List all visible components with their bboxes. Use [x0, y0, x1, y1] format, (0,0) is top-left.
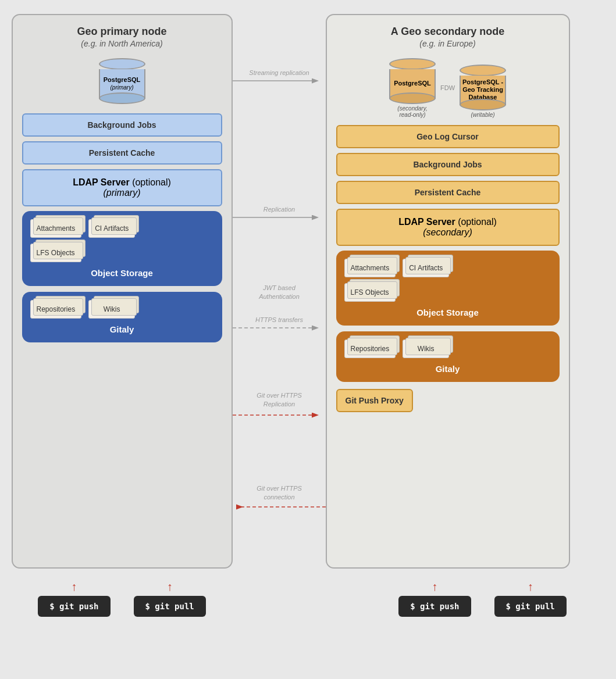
primary-files-row2: LFS Objects — [30, 244, 214, 262]
secondary-db-group: PostgreSQL (secondary,read-only) FDW Pos… — [336, 58, 560, 118]
primary-node: Geo primary node (e.g. in North America)… — [12, 14, 233, 569]
secondary-geo-cylinder-top — [460, 65, 506, 76]
secondary-attachments: Attachments — [344, 259, 396, 277]
secondary-geo-db-sublabel: (writable) — [471, 112, 494, 118]
secondary-gitaly-files-row: Repositories Wikis — [344, 340, 551, 358]
secondary-lfs-objects: LFS Objects — [344, 283, 396, 302]
streaming-label: Streaming replication — [249, 69, 309, 76]
primary-repositories: Repositories — [30, 300, 82, 319]
secondary-geo-db-wrap: PostgreSQL -Geo TrackingDatabase (writab… — [460, 64, 506, 118]
secondary-geo-db-label: PostgreSQL -Geo TrackingDatabase — [462, 78, 503, 102]
secondary-ldap-line1: LDAP Server — [398, 217, 455, 227]
secondary-lfs-stack: LFS Objects — [344, 283, 396, 302]
primary-gitaly-files-row: Repositories Wikis — [30, 300, 214, 319]
secondary-object-storage: Attachments CI Artifacts LFS Objects Obj… — [336, 251, 560, 326]
secondary-files-row2: LFS Objects — [344, 283, 551, 302]
secondary-repos-stack: Repositories — [344, 340, 396, 358]
primary-db-cylinder: PostgreSQL (primary) — [99, 58, 145, 104]
connections-svg: Streaming replication Replication JWT ba… — [233, 14, 326, 566]
secondary-ci-artifacts-stack: CI Artifacts — [403, 259, 449, 277]
git-push-proxy-container: Git Push Proxy — [336, 389, 560, 412]
git-https-connection-label1: Git over HTTPS — [257, 485, 302, 492]
replication-label: Replication — [263, 206, 294, 213]
secondary-geo-cylinder-bottom — [460, 99, 506, 110]
secondary-cylinder-top — [389, 58, 436, 70]
cylinder-bottom-cap — [99, 92, 145, 104]
primary-lfs-objects: LFS Objects — [30, 244, 81, 262]
secondary-cylinder-bottom — [389, 92, 436, 104]
secondary-wikis-stack: Wikis — [403, 340, 449, 358]
secondary-push-container: ↑ $ git push — [398, 580, 471, 617]
cylinder-top — [99, 58, 145, 70]
primary-db-sublabel: (primary) — [111, 84, 134, 91]
git-https-replication-label2: Replication — [263, 401, 294, 408]
secondary-db-wrap: PostgreSQL (secondary,read-only) — [389, 58, 436, 118]
primary-repos-stack: Repositories — [30, 300, 82, 319]
primary-ldap-optional: (optional) — [132, 177, 171, 187]
primary-ci-artifacts-stack: CI Artifacts — [88, 219, 135, 238]
diagram-container: Geo primary node (e.g. in North America)… — [12, 14, 605, 665]
fdw-label: FDW — [440, 84, 455, 91]
secondary-pull-container: ↑ $ git pull — [494, 580, 567, 617]
secondary-gitaly: Repositories Wikis Gitaly — [336, 331, 560, 382]
primary-ldap-line1: LDAP Server — [73, 177, 130, 187]
primary-object-storage-title: Object Storage — [30, 268, 214, 278]
git-https-replication-label1: Git over HTTPS — [257, 392, 302, 399]
primary-node-title: Geo primary node — [22, 26, 222, 38]
secondary-git-pull: $ git pull — [494, 596, 567, 617]
git-push-proxy: Git Push Proxy — [336, 389, 413, 412]
secondary-ldap-optional: (optional) — [458, 217, 497, 227]
https-label: HTTPS transfers — [255, 316, 303, 323]
secondary-repositories: Repositories — [344, 340, 396, 358]
primary-files-row1: Attachments CI Artifacts — [30, 219, 214, 238]
secondary-git-push: $ git push — [398, 596, 471, 617]
primary-bottom-section: ↑ $ git push ↑ $ git pull — [12, 580, 233, 617]
secondary-ci-artifacts: CI Artifacts — [403, 259, 449, 277]
jwt-label2: Authentication — [258, 293, 300, 300]
primary-wikis-stack: Wikis — [88, 300, 135, 319]
main-layout: Geo primary node (e.g. in North America)… — [12, 14, 605, 569]
git-https-connection-label2: connection — [264, 494, 294, 501]
primary-ldap-box: LDAP Server (optional) (primary) — [22, 169, 222, 206]
secondary-attachments-stack: Attachments — [344, 259, 396, 277]
primary-ldap-sublabel: (primary) — [30, 188, 214, 198]
bottom-spacer — [250, 580, 343, 617]
primary-pull-container: ↑ $ git pull — [134, 580, 206, 617]
center-gap: Streaming replication Replication JWT ba… — [233, 14, 326, 569]
secondary-bottom-section: ↑ $ git push ↑ $ git pull — [361, 580, 605, 617]
primary-attachments: Attachments — [30, 219, 82, 238]
primary-gitaly-title: Gitaly — [30, 324, 214, 334]
primary-object-storage: Attachments CI Artifacts LFS Objects Obj… — [22, 211, 222, 286]
secondary-geo-log-cursor: Geo Log Cursor — [336, 125, 560, 148]
primary-background-jobs: Background Jobs — [22, 113, 222, 137]
primary-db-wrap: PostgreSQL (primary) — [99, 58, 145, 104]
primary-gitaly: Repositories Wikis Gitaly — [22, 292, 222, 342]
primary-lfs-stack: LFS Objects — [30, 244, 81, 262]
secondary-ldap-label: LDAP Server (optional) — [344, 217, 551, 227]
secondary-db-sublabel: (secondary,read-only) — [397, 105, 428, 118]
secondary-files-row1: Attachments CI Artifacts — [344, 259, 551, 277]
secondary-db-cylinder: PostgreSQL — [389, 58, 436, 104]
secondary-node-subtitle: (e.g. in Europe) — [336, 39, 560, 48]
primary-push-container: ↑ $ git push — [38, 580, 110, 617]
primary-db-container: PostgreSQL (primary) — [22, 58, 222, 104]
secondary-geo-db-cylinder: PostgreSQL -Geo TrackingDatabase — [460, 64, 506, 110]
jwt-label1: JWT based — [262, 284, 296, 291]
secondary-wikis: Wikis — [403, 340, 449, 358]
secondary-node: A Geo secondary node (e.g. in Europe) Po… — [326, 14, 570, 569]
secondary-ldap-sublabel: (secondary) — [344, 227, 551, 238]
secondary-db-label: PostgreSQL — [394, 80, 431, 87]
bottom-row: ↑ $ git push ↑ $ git pull ↑ $ git push ↑… — [12, 580, 605, 617]
secondary-persistent-cache: Persistent Cache — [336, 181, 560, 204]
primary-persistent-cache: Persistent Cache — [22, 141, 222, 165]
primary-attachments-stack: Attachments — [30, 219, 82, 238]
secondary-node-title: A Geo secondary node — [336, 26, 560, 38]
secondary-ldap-box: LDAP Server (optional) (secondary) — [336, 209, 560, 246]
primary-node-subtitle: (e.g. in North America) — [22, 39, 222, 48]
secondary-object-storage-title: Object Storage — [344, 308, 551, 317]
primary-git-pull: $ git pull — [134, 596, 206, 617]
primary-ldap-label: LDAP Server (optional) — [30, 177, 214, 188]
secondary-background-jobs: Background Jobs — [336, 153, 560, 176]
primary-ci-artifacts: CI Artifacts — [88, 219, 135, 238]
secondary-gitaly-title: Gitaly — [344, 364, 551, 374]
